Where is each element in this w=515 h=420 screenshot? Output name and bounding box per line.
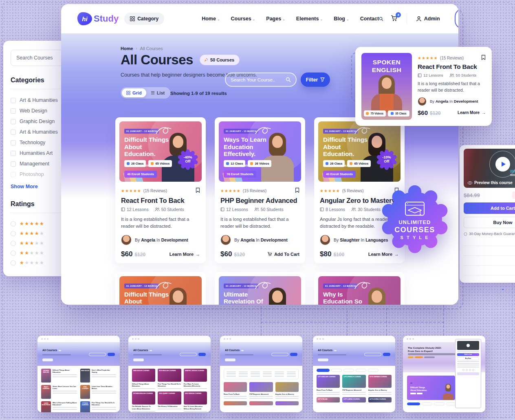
add-to-cart-link[interactable]: Add To Cart [267, 252, 299, 257]
course-title[interactable]: PHP Beginner Advanced [220, 197, 299, 205]
mini-course-title: Ten Reliable Sources To Learn About Educ… [132, 405, 155, 410]
reviews-count: (15 Reviews) [243, 189, 266, 193]
nav-item-elements[interactable]: Elements⌄ [296, 16, 323, 22]
buy-now-button[interactable]: Buy Now [464, 217, 515, 228]
search-icon[interactable] [379, 15, 383, 22]
mini-page-title: All Courses [225, 349, 240, 352]
window-dot [317, 338, 318, 340]
mini-poster: PYTHON LEARNING [80, 401, 90, 412]
mini-course-card: IETS ENGLISH COURSESFive Things You Shou… [158, 369, 181, 389]
bookmark-icon[interactable] [295, 187, 299, 193]
nav-item-home[interactable]: Home⌄ [202, 16, 220, 22]
mini-search [271, 353, 288, 356]
mini-course-card: GRAPHIC DESIGN COURSESFive Ways To Learn… [184, 369, 207, 389]
play-icon[interactable] [495, 157, 510, 172]
course-card[interactable]: 01 JANUARY - 13 MARCHWays To Learn Educa… [215, 117, 305, 263]
category-link[interactable]: Development [161, 237, 188, 242]
course-title[interactable]: React Front To Back [121, 197, 200, 205]
learn-more-link[interactable]: Learn More→ [169, 252, 200, 257]
list-view-button[interactable]: List [146, 88, 169, 97]
author-link[interactable]: Angela [141, 237, 155, 242]
decor-dashed-connector [347, 310, 348, 336]
course-search-input[interactable]: Search Your Course.. [225, 73, 297, 87]
course-detail-panel: Preview this course $84.99 3 days left! … [460, 145, 515, 283]
category-link[interactable]: Development [261, 237, 288, 242]
course-fact-row: 6 Hrs 30 Min [464, 236, 515, 246]
learn-more-link[interactable]: Learn More→ [458, 110, 486, 115]
cart-button[interactable]: 4 [391, 15, 398, 23]
unlimited-courses-badge: UNLIMITED COURSES S T Y L E [380, 184, 450, 254]
breadcrumb-home[interactable]: Home [121, 46, 133, 51]
students-meta: 50 Students [449, 73, 477, 77]
nav-item-courses[interactable]: Courses⌄ [231, 16, 255, 22]
logo-text: Study [94, 13, 119, 24]
badge-line1: UNLIMITED [399, 219, 431, 225]
nav-item-pages[interactable]: Pages⌄ [266, 16, 285, 22]
course-preview-video[interactable]: Preview this course [464, 149, 515, 188]
enroll-now-button[interactable]: Enroll Now [455, 9, 458, 29]
course-poster: SPOKENENGLISH 75 Videos 35 Class [361, 53, 412, 120]
course-banner: 01 JANUARY - 13 MARCHWhy Is Education So… [318, 276, 401, 305]
radio-icon [11, 260, 16, 266]
mini-view-toggle [42, 358, 53, 361]
chevron-down-icon: ⌄ [282, 18, 285, 21]
filter-button[interactable]: Filter [301, 73, 330, 87]
histudy-logo[interactable]: hi Study [77, 12, 119, 25]
bookmark-icon[interactable] [196, 187, 200, 193]
mini-subtitle-bar [318, 354, 346, 356]
author-link[interactable]: Angela [240, 237, 255, 242]
course-description: It is a long established fact that a rea… [418, 81, 486, 94]
course-card[interactable]: 01 JANUARY - 13 MARCHDifficult Things Ab… [115, 117, 206, 263]
star-rating: ★★★★★ [418, 56, 438, 60]
star-rating: ★★★★★ [20, 260, 44, 266]
window-dot [47, 338, 48, 340]
category-link[interactable]: Development [454, 99, 478, 103]
window-dot [227, 338, 228, 340]
course-card[interactable]: 01 JANUARY - 13 MARCHWhy Is Education So… [314, 272, 405, 305]
floating-course-card[interactable]: SPOKENENGLISH 75 Videos 35 Class ★★★★★(1… [355, 47, 492, 126]
course-title[interactable]: React Front To Back [418, 63, 486, 70]
course-price: $60 [418, 109, 428, 116]
enroll-students-badge: 78 Enroll Students [224, 171, 256, 178]
class-badge: 12 Class [224, 160, 245, 167]
mini-course-title: Five Things You Should Do In Education. [92, 402, 116, 406]
mini-course-card: SPOKEN ENGLISH COURSESTen Reliable Sourc… [132, 391, 155, 412]
sidebar-search-placeholder: Search Courses [16, 55, 53, 61]
mini-course-card: PHP Beginner Advanced [249, 382, 273, 399]
nav-item-blog[interactable]: Blog⌄ [334, 16, 349, 22]
course-banner: 01 JANUARY - 13 MARCHDifficult Things Ab… [318, 121, 401, 182]
checkbox-icon [11, 98, 16, 103]
category-button[interactable]: Category [124, 13, 164, 25]
author-link[interactable]: Angela [436, 99, 449, 103]
lessons-meta: 12 Lessons [418, 73, 443, 77]
mini-hero: All Courses [128, 342, 211, 366]
mini-course-title: React Front To Back [224, 393, 247, 395]
course-cards-grid: 01 JANUARY - 13 MARCHDifficult Things Ab… [115, 117, 405, 305]
arrow-right-icon: → [196, 252, 200, 257]
nav-item-contact[interactable]: Contact [360, 16, 379, 22]
mini-tab [422, 402, 432, 405]
window-dot [319, 338, 321, 340]
author-link[interactable]: Slaughter [340, 237, 359, 242]
cart-icon [267, 252, 272, 256]
course-author-row: By Angela In Development [418, 97, 486, 106]
admin-button[interactable]: Admin [416, 16, 440, 22]
mini-course-item: WEB DESIGNHere's What People Are Saying. [80, 369, 116, 383]
bookmark-icon[interactable] [481, 55, 486, 60]
chevron-down-icon[interactable]: ⌄ [464, 286, 515, 291]
mini-add-to-cart: Add to Cart [457, 353, 479, 356]
users-icon [155, 207, 160, 211]
mini-video [457, 341, 479, 350]
mini-banner [275, 382, 299, 392]
checkbox-icon [11, 172, 16, 177]
mini-poster: IETS ENGLISH COURSES [158, 369, 181, 382]
course-card[interactable]: 01 JANUARY - 13 MARCHDifficult Things Ab… [115, 272, 206, 305]
radio-icon [11, 221, 16, 226]
grid-view-button[interactable]: Grid [122, 88, 146, 97]
show-more-link[interactable]: Show More [11, 184, 38, 189]
course-card[interactable]: 01 JANUARY - 13 MARCHUltimate Revelation… [215, 272, 305, 305]
search-icon [286, 77, 291, 82]
add-to-cart-button[interactable]: Add to Cart [464, 202, 515, 214]
discount-badge: -40%Off [177, 149, 198, 170]
category-label: Art & Humanities [20, 97, 58, 103]
